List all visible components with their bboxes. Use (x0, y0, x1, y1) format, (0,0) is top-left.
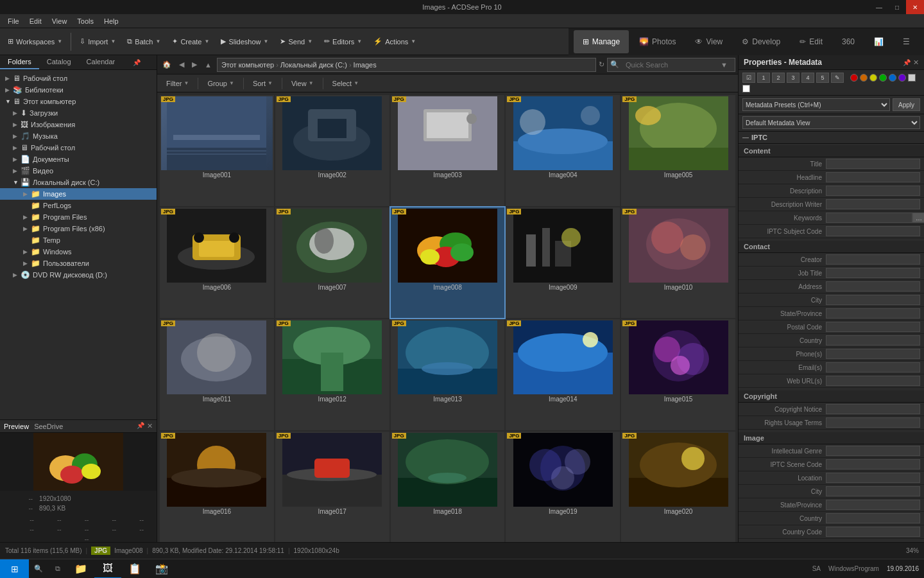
filter-button[interactable]: Filter ▼ (162, 78, 193, 89)
nav-up[interactable]: ▲ (202, 60, 214, 70)
image-cell-009[interactable]: JPG Image009 (506, 207, 620, 319)
app-camera[interactable]: 📸 (148, 559, 175, 579)
tree-item-music[interactable]: ▶ 🎵 Музыка (0, 130, 157, 142)
task-view-button[interactable]: ⧉ (48, 559, 67, 579)
state-input[interactable] (826, 308, 920, 319)
image-cell-016[interactable]: JPG Image016 (160, 432, 274, 543)
color-green[interactable] (879, 74, 887, 82)
tree-item-c-drive[interactable]: ▼ 💾 Локальный диск (C:) (0, 177, 157, 188)
app-explorer[interactable]: 📁 (67, 559, 94, 579)
slideshow-button[interactable]: ▶ Slideshow ▼ (216, 31, 273, 52)
presets-dropdown[interactable]: Metadata Presets (Ctrl+M) (742, 98, 890, 111)
image-cell-005[interactable]: JPG Image005 (621, 95, 735, 206)
color-gray[interactable] (908, 74, 916, 82)
phones-input[interactable] (826, 349, 920, 359)
menu-tools[interactable]: Tools (72, 14, 99, 28)
image-cell-014[interactable]: JPG Image014 (506, 319, 620, 430)
meta-checkbox[interactable]: ☑ (742, 73, 755, 83)
image-cell-007[interactable]: JPG Image007 (275, 207, 389, 319)
apply-button[interactable]: Apply (893, 98, 920, 111)
countrycode-input[interactable] (826, 527, 920, 537)
color-white[interactable] (742, 85, 750, 92)
window-controls[interactable]: — □ ✕ (870, 0, 924, 14)
batch-button[interactable]: ⧉ Batch ▼ (122, 31, 166, 52)
meta-num-1[interactable]: 1 (757, 73, 770, 83)
import-button[interactable]: ⇩ Import ▼ (74, 31, 121, 52)
tab-manage[interactable]: ⊞ Manage (574, 30, 629, 53)
tree-item-images[interactable]: ▶ 🖼 Изображения (0, 119, 157, 130)
meta-num-3[interactable]: 3 (787, 73, 800, 83)
postal-input[interactable] (826, 322, 920, 332)
tab-preview[interactable]: Preview (4, 423, 29, 430)
refresh-button[interactable]: ↻ (599, 60, 604, 69)
img-city-input[interactable] (826, 486, 920, 496)
image-cell-008[interactable]: JPG Image008 (391, 207, 505, 319)
image-cell-019[interactable]: JPG Image019 (506, 432, 620, 543)
img-country-input[interactable] (826, 513, 920, 523)
tab-calendar[interactable]: Calendar (79, 55, 123, 69)
color-red[interactable] (850, 74, 858, 82)
image-cell-003[interactable]: JPG Image003 (391, 95, 505, 206)
menu-edit[interactable]: Edit (24, 14, 47, 28)
start-button[interactable]: ⊞ (0, 559, 29, 579)
workspaces-button[interactable]: ⊞ Workspaces ▼ (3, 31, 67, 52)
nav-back[interactable]: ◀ (176, 59, 187, 70)
location-input[interactable] (826, 473, 920, 483)
send-button[interactable]: ➤ Send ▼ (275, 31, 318, 52)
color-yellow[interactable] (869, 74, 877, 82)
tab-stats[interactable]: 📊 (865, 30, 893, 53)
meta-num-2[interactable]: 2 (772, 73, 785, 83)
address-path[interactable]: Этот компьютер › Локальный диск (C:) › I… (217, 58, 596, 72)
tree-item-windows[interactable]: ▶ 📁 Windows (0, 246, 157, 258)
image-cell-020[interactable]: JPG Image020 (621, 432, 735, 543)
tree-item-computer[interactable]: ▼ 🖥 Этот компьютер (0, 96, 157, 107)
image-cell-017[interactable]: JPG Image017 (275, 432, 389, 543)
city-input[interactable] (826, 295, 920, 305)
tree-item-images-folder[interactable]: ▶ 📁 Images (0, 188, 157, 200)
tab-seedrive[interactable]: SeeDrive (34, 423, 63, 430)
tab-catalog[interactable]: Catalog (39, 55, 79, 69)
image-cell-015[interactable]: JPG Image015 (621, 319, 735, 430)
tree-item-dvd[interactable]: ▶ 💿 DVD RW дисковод (D:) (0, 269, 157, 281)
sort-button[interactable]: Sort ▼ (249, 78, 277, 89)
jobtitle-input[interactable] (826, 268, 920, 278)
creator-input[interactable] (826, 254, 920, 265)
meta-num-4[interactable]: 4 (801, 73, 814, 83)
iptcscene-input[interactable] (826, 459, 920, 469)
actions-button[interactable]: ⚡ Actions ▼ (368, 31, 421, 52)
tree-item-desktop2[interactable]: ▶ 🖥 Рабочий стол (0, 142, 157, 153)
iptc-header[interactable]: — IPTC (739, 132, 924, 144)
group-button[interactable]: Group ▼ (203, 78, 238, 89)
tab-view[interactable]: 👁 View (686, 30, 732, 53)
tree-item-perflogs[interactable]: ▶ 📁 PerfLogs (0, 200, 157, 211)
tree-item-downloads[interactable]: ▶ ⬇ Загрузки (0, 107, 157, 119)
tab-360[interactable]: 360 (833, 30, 864, 53)
intgenre-input[interactable] (826, 446, 920, 456)
meta-edit[interactable]: ✎ (831, 73, 844, 83)
descwriter-input[interactable] (826, 199, 920, 209)
color-blue[interactable] (889, 74, 896, 82)
tree-item-documents[interactable]: ▶ 📄 Документы (0, 153, 157, 165)
panel-close[interactable]: ✕ (913, 58, 919, 67)
app-acdsee[interactable]: 🖼 (94, 559, 121, 579)
search-dropdown[interactable]: ▼ (718, 61, 730, 69)
menu-file[interactable]: File (3, 14, 24, 28)
color-purple[interactable] (898, 74, 906, 82)
taskbar-search[interactable]: 🔍 (29, 559, 48, 579)
close-button[interactable]: ✕ (906, 0, 924, 14)
tab-folders[interactable]: Folders (0, 55, 39, 69)
address-input[interactable] (826, 281, 920, 292)
meta-num-5[interactable]: 5 (816, 73, 829, 83)
country-input[interactable] (826, 335, 920, 346)
color-orange[interactable] (860, 74, 868, 82)
nav-forward[interactable]: ▶ (189, 59, 200, 70)
create-button[interactable]: ✦ Create ▼ (167, 31, 214, 52)
menu-view[interactable]: View (47, 14, 73, 28)
iptcsubject-input[interactable] (826, 226, 920, 236)
image-cell-004[interactable]: JPG Image004 (506, 95, 620, 206)
view-dropdown[interactable]: Default Metadata View (742, 116, 920, 129)
image-cell-011[interactable]: JPG Image011 (160, 319, 274, 430)
tab-develop[interactable]: ⚙ Develop (733, 30, 789, 53)
tree-item-desktop[interactable]: ▶ 🖥 Рабочий стол (0, 73, 157, 84)
preview-close[interactable]: ✕ (147, 422, 153, 430)
